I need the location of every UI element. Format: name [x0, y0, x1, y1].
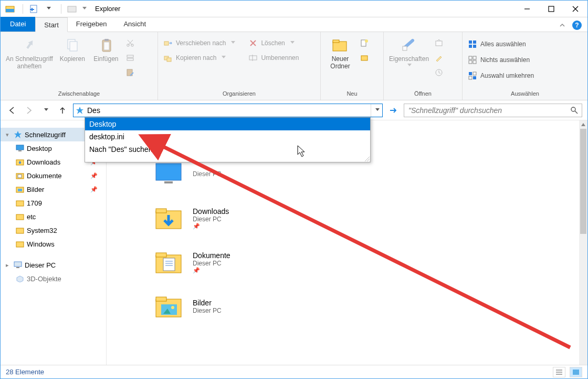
documents-icon [154, 248, 183, 277]
invert-selection-icon [468, 71, 477, 80]
expand-icon[interactable]: ▸ [4, 262, 11, 269]
ribbon-tabs: Datei Start Freigeben Ansicht ? [1, 17, 587, 32]
qat-customize-icon[interactable] [80, 3, 88, 15]
sidebar-item-pictures[interactable]: Bilder📌 [1, 182, 106, 196]
svg-marker-85 [581, 123, 585, 126]
search-input[interactable] [407, 106, 570, 115]
paste-icon [97, 36, 115, 54]
sidebar-item-1709[interactable]: 1709 [1, 196, 106, 210]
mouse-cursor-icon [297, 145, 307, 158]
paste-shortcut-button[interactable] [124, 67, 136, 78]
scroll-thumb[interactable] [580, 129, 586, 234]
address-suggestion[interactable]: Desktop [85, 118, 370, 130]
cut-button[interactable] [124, 37, 136, 49]
scroll-up-button[interactable] [579, 120, 587, 129]
qat-folder-icon[interactable] [66, 3, 78, 15]
list-item[interactable]: BilderDieser PC [154, 290, 587, 323]
new-item-button[interactable] [359, 37, 370, 49]
svg-rect-34 [403, 46, 407, 50]
go-button[interactable] [387, 104, 400, 117]
up-button[interactable] [56, 104, 69, 117]
list-item[interactable]: Dieser PC [154, 157, 587, 191]
new-folder-button[interactable]: Neuer Ordner [325, 34, 355, 70]
invert-selection-button[interactable]: Auswahl umkehren [467, 70, 535, 81]
history-button[interactable] [433, 67, 445, 78]
select-all-button[interactable]: Alles auswählen [467, 38, 527, 50]
copy-button[interactable]: Kopieren [57, 34, 88, 63]
svg-rect-14 [104, 42, 109, 50]
search-box[interactable] [404, 104, 582, 117]
copy-to-icon [163, 53, 173, 63]
file-tab[interactable]: Datei [1, 17, 35, 32]
sidebar-item-3d-objects[interactable]: 3D-Objekte [1, 272, 106, 285]
pictures-icon [15, 185, 25, 194]
svg-rect-38 [473, 40, 476, 44]
rename-icon [248, 53, 258, 63]
view-tab[interactable]: Ansicht [115, 17, 154, 32]
ribbon-group-select: Alles auswählen Nichts auswählen Auswahl… [463, 32, 587, 100]
select-none-button[interactable]: Nichts auswählen [467, 54, 531, 66]
close-button[interactable] [563, 1, 587, 17]
list-item[interactable]: DownloadsDieser PC📌 [154, 201, 587, 235]
back-button[interactable] [6, 104, 18, 117]
qat-dropdown-icon[interactable] [42, 3, 55, 15]
svg-marker-49 [76, 107, 83, 114]
address-input[interactable] [86, 105, 371, 116]
svg-rect-48 [473, 76, 476, 79]
resize-grip-icon[interactable] [85, 156, 370, 162]
share-tab[interactable]: Freigeben [68, 17, 116, 32]
scrollbar[interactable] [579, 120, 587, 365]
home-tab[interactable]: Start [35, 17, 67, 32]
sidebar-item-documents[interactable]: Dokumente📌 [1, 169, 106, 182]
address-dropdown-button[interactable] [371, 104, 382, 117]
svg-rect-46 [473, 72, 476, 75]
large-icons-view-button[interactable] [570, 367, 582, 377]
svg-rect-62 [18, 189, 22, 191]
ribbon-group-clipboard: An Schnellzugriff anheften Kopieren Einf… [1, 32, 158, 100]
separator [61, 4, 61, 14]
minimize-button[interactable] [515, 1, 539, 17]
svg-rect-75 [156, 253, 166, 257]
copy-to-button[interactable]: Kopieren nach [162, 52, 227, 64]
details-view-button[interactable] [553, 367, 565, 377]
maximize-button[interactable] [539, 1, 563, 17]
search-icon[interactable] [570, 106, 579, 115]
svg-rect-71 [164, 181, 173, 183]
svg-rect-64 [16, 214, 24, 220]
move-to-button[interactable]: Verschieben nach [162, 37, 236, 49]
edit-button[interactable] [433, 52, 445, 64]
open-button[interactable] [433, 37, 445, 49]
delete-button[interactable]: Löschen [247, 37, 295, 49]
address-suggestion[interactable]: desktop.ini [85, 130, 370, 143]
help-button[interactable]: ? [571, 19, 583, 32]
address-suggestion[interactable]: Nach "Des" suchen [85, 143, 370, 156]
sidebar-item-system32[interactable]: System32 [1, 223, 106, 237]
copy-path-button[interactable] [124, 52, 136, 64]
svg-rect-41 [469, 56, 472, 59]
paste-button[interactable]: Einfügen [91, 34, 121, 63]
sidebar-item-windows[interactable]: Windows [1, 237, 106, 251]
forward-button[interactable] [23, 104, 35, 117]
properties-button[interactable]: Eigenschaften [388, 34, 430, 68]
recent-locations-button[interactable] [39, 104, 52, 117]
easy-access-button[interactable] [359, 52, 370, 64]
collapse-ribbon-icon[interactable] [556, 19, 569, 32]
svg-rect-56 [16, 145, 24, 150]
pin-to-quick-access-button[interactable]: An Schnellzugriff anheften [5, 34, 54, 70]
select-none-icon [468, 55, 477, 65]
qat-properties-icon[interactable] [27, 3, 40, 15]
copy-icon [64, 36, 81, 54]
svg-rect-24 [167, 58, 171, 62]
address-bar[interactable] [73, 104, 383, 117]
rename-button[interactable]: Umbenennen [247, 52, 300, 64]
svg-rect-68 [16, 267, 19, 268]
folder-icon [15, 226, 25, 235]
sidebar-item-etc[interactable]: etc [1, 210, 106, 223]
sidebar-item-this-pc[interactable]: ▸ Dieser PC [1, 258, 106, 272]
new-folder-icon [331, 36, 349, 54]
svg-rect-13 [104, 39, 109, 41]
svg-rect-43 [469, 60, 472, 64]
svg-line-17 [128, 40, 133, 45]
list-item[interactable]: DokumenteDieser PC📌 [154, 245, 587, 279]
expand-icon[interactable]: ▾ [4, 131, 11, 138]
